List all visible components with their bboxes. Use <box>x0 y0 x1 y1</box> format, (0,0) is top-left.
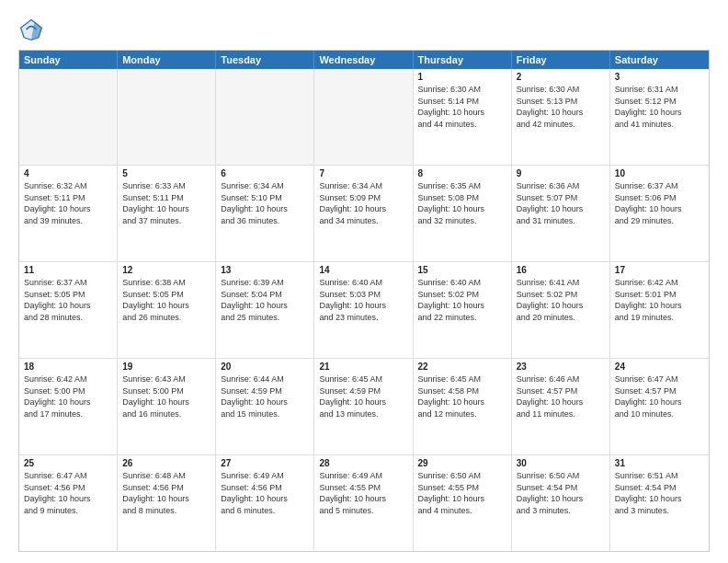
day-number: 11 <box>24 265 112 275</box>
cell-text-line: and 19 minutes. <box>615 312 704 324</box>
cell-text-line: Daylight: 10 hours <box>221 203 309 215</box>
cell-text-line: and 42 minutes. <box>517 119 605 131</box>
cell-text-line: Daylight: 10 hours <box>221 493 309 505</box>
calendar-row-2: 11Sunrise: 6:37 AMSunset: 5:05 PMDayligh… <box>19 261 709 358</box>
cell-text-line: Sunrise: 6:45 AM <box>418 373 506 385</box>
cell-text-line: Sunrise: 6:39 AM <box>221 277 309 289</box>
cell-text-line: Sunrise: 6:46 AM <box>517 373 605 385</box>
cell-text-line: Daylight: 10 hours <box>221 300 309 312</box>
day-cell-10: 10Sunrise: 6:37 AMSunset: 5:06 PMDayligh… <box>610 166 709 261</box>
cell-text-line: Sunrise: 6:33 AM <box>122 180 210 192</box>
cell-text-line: Daylight: 10 hours <box>517 396 605 408</box>
cell-text-line: Daylight: 10 hours <box>122 300 210 312</box>
cell-text-line: Sunset: 5:05 PM <box>122 289 210 301</box>
day-cell-19: 19Sunrise: 6:43 AMSunset: 5:00 PMDayligh… <box>118 359 216 454</box>
cell-text-line: Sunset: 5:10 PM <box>221 192 309 204</box>
day-cell-23: 23Sunrise: 6:46 AMSunset: 4:57 PMDayligh… <box>512 359 610 454</box>
day-number: 12 <box>122 265 210 275</box>
cell-text-line: Sunrise: 6:47 AM <box>615 373 704 385</box>
calendar-row-4: 25Sunrise: 6:47 AMSunset: 4:56 PMDayligh… <box>19 454 709 551</box>
calendar-row-3: 18Sunrise: 6:42 AMSunset: 5:00 PMDayligh… <box>19 358 709 454</box>
cell-text-line: Sunrise: 6:50 AM <box>418 470 506 482</box>
calendar-row-0: 1Sunrise: 6:30 AMSunset: 5:14 PMDaylight… <box>19 69 709 165</box>
cell-text-line: Sunset: 4:58 PM <box>418 385 506 397</box>
page: SundayMondayTuesdayWednesdayThursdayFrid… <box>0 0 728 563</box>
day-number: 7 <box>319 168 407 178</box>
cell-text-line: Sunrise: 6:45 AM <box>319 373 407 385</box>
cell-text-line: Daylight: 10 hours <box>24 300 112 312</box>
weekday-header-tuesday: Tuesday <box>216 51 314 69</box>
day-number: 13 <box>221 265 309 275</box>
cell-text-line: and 36 minutes. <box>221 215 309 227</box>
day-cell-14: 14Sunrise: 6:40 AMSunset: 5:03 PMDayligh… <box>314 262 413 358</box>
cell-text-line: Sunset: 5:05 PM <box>24 289 112 301</box>
cell-text-line: Sunset: 4:56 PM <box>122 482 210 494</box>
cell-text-line: Sunrise: 6:37 AM <box>615 180 704 192</box>
day-number: 1 <box>418 72 506 82</box>
cell-text-line: Sunset: 4:55 PM <box>319 482 407 494</box>
cell-text-line: Sunrise: 6:42 AM <box>615 277 704 289</box>
cell-text-line: Daylight: 10 hours <box>24 203 112 215</box>
cell-text-line: Sunrise: 6:49 AM <box>319 470 407 482</box>
day-cell-5: 5Sunrise: 6:33 AMSunset: 5:11 PMDaylight… <box>118 166 216 261</box>
cell-text-line: Sunrise: 6:48 AM <box>122 470 210 482</box>
day-cell-3: 3Sunrise: 6:31 AMSunset: 5:12 PMDaylight… <box>610 69 709 165</box>
day-cell-22: 22Sunrise: 6:45 AMSunset: 4:58 PMDayligh… <box>414 359 512 454</box>
day-number: 20 <box>221 362 309 372</box>
cell-text-line: and 17 minutes. <box>24 408 112 420</box>
day-number: 31 <box>615 458 704 468</box>
cell-text-line: Daylight: 10 hours <box>418 396 506 408</box>
cell-text-line: and 34 minutes. <box>319 215 407 227</box>
cell-text-line: Sunset: 5:06 PM <box>615 192 704 204</box>
cell-text-line: Daylight: 10 hours <box>319 203 407 215</box>
day-cell-27: 27Sunrise: 6:49 AMSunset: 4:56 PMDayligh… <box>216 455 314 551</box>
cell-text-line: and 4 minutes. <box>418 505 506 517</box>
day-number: 10 <box>615 168 704 178</box>
day-number: 18 <box>24 362 112 372</box>
cell-text-line: Daylight: 10 hours <box>615 300 704 312</box>
calendar: SundayMondayTuesdayWednesdayThursdayFrid… <box>18 50 710 552</box>
cell-text-line: and 9 minutes. <box>24 505 112 517</box>
weekday-header-saturday: Saturday <box>610 51 709 69</box>
day-cell-2: 2Sunrise: 6:30 AMSunset: 5:13 PMDaylight… <box>512 69 610 165</box>
cell-text-line: Sunset: 5:00 PM <box>24 385 112 397</box>
cell-text-line: and 12 minutes. <box>418 408 506 420</box>
cell-text-line: and 15 minutes. <box>221 408 309 420</box>
day-cell-25: 25Sunrise: 6:47 AMSunset: 4:56 PMDayligh… <box>19 455 118 551</box>
day-cell-6: 6Sunrise: 6:34 AMSunset: 5:10 PMDaylight… <box>216 166 314 261</box>
day-cell-29: 29Sunrise: 6:50 AMSunset: 4:55 PMDayligh… <box>414 455 512 551</box>
cell-text-line: and 5 minutes. <box>319 505 407 517</box>
cell-text-line: Sunset: 4:56 PM <box>24 482 112 494</box>
cell-text-line: and 22 minutes. <box>418 312 506 324</box>
cell-text-line: and 25 minutes. <box>221 312 309 324</box>
cell-text-line: Sunset: 4:57 PM <box>615 385 704 397</box>
logo <box>18 17 48 42</box>
cell-text-line: and 31 minutes. <box>517 215 605 227</box>
day-cell-31: 31Sunrise: 6:51 AMSunset: 4:54 PMDayligh… <box>610 455 709 551</box>
day-cell-30: 30Sunrise: 6:50 AMSunset: 4:54 PMDayligh… <box>512 455 610 551</box>
cell-text-line: Sunrise: 6:31 AM <box>615 84 704 96</box>
cell-text-line: and 39 minutes. <box>24 215 112 227</box>
cell-text-line: Sunset: 4:56 PM <box>221 482 309 494</box>
cell-text-line: Daylight: 10 hours <box>418 300 506 312</box>
day-cell-7: 7Sunrise: 6:34 AMSunset: 5:09 PMDaylight… <box>314 166 413 261</box>
cell-text-line: and 16 minutes. <box>122 408 210 420</box>
cell-text-line: and 28 minutes. <box>24 312 112 324</box>
empty-cell <box>314 69 413 165</box>
cell-text-line: Sunrise: 6:35 AM <box>418 180 506 192</box>
weekday-header-wednesday: Wednesday <box>314 51 413 69</box>
cell-text-line: Sunrise: 6:44 AM <box>221 373 309 385</box>
cell-text-line: Sunset: 5:14 PM <box>418 96 506 108</box>
day-number: 2 <box>517 72 605 82</box>
cell-text-line: Sunset: 5:01 PM <box>615 289 704 301</box>
cell-text-line: Sunrise: 6:49 AM <box>221 470 309 482</box>
day-number: 27 <box>221 458 309 468</box>
cell-text-line: Sunrise: 6:32 AM <box>24 180 112 192</box>
cell-text-line: and 3 minutes. <box>615 505 704 517</box>
cell-text-line: Sunset: 4:59 PM <box>319 385 407 397</box>
cell-text-line: Sunset: 4:57 PM <box>517 385 605 397</box>
cell-text-line: Sunrise: 6:51 AM <box>615 470 704 482</box>
cell-text-line: Sunset: 5:04 PM <box>221 289 309 301</box>
day-cell-1: 1Sunrise: 6:30 AMSunset: 5:14 PMDaylight… <box>414 69 512 165</box>
cell-text-line: Sunrise: 6:30 AM <box>418 84 506 96</box>
